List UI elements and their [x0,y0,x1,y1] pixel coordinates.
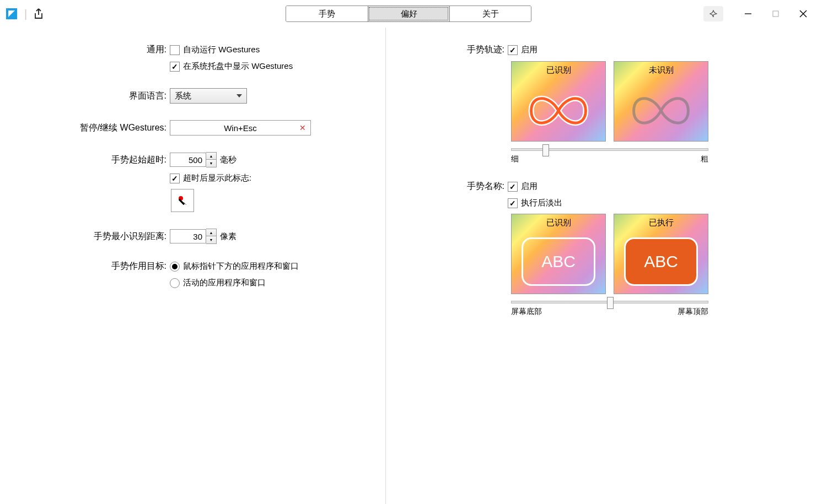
name-enable-label: 启用 [521,181,538,192]
tab-preferences[interactable]: 偏好 [368,6,449,21]
abc-badge-filled: ABC [624,237,698,286]
show-flag-checkbox[interactable] [170,174,180,183]
fade-label: 执行后淡出 [521,198,562,208]
autorun-checkbox[interactable] [170,45,180,55]
content: 通用: 自动运行 WGestures 在系统托盘中显示 WGestures 界面… [0,28,817,504]
titlebar: | 手势 偏好 关于 [0,0,817,28]
min-dist-unit: 像素 [220,231,237,242]
name-executed-label: 已执行 [614,218,708,228]
trail-preview-recognized[interactable]: 已识别 [511,61,606,142]
pause-label: 暂停/继续 WGestures: [0,122,170,134]
left-panel: 通用: 自动运行 WGestures 在系统托盘中显示 WGestures 界面… [0,28,386,504]
separator: | [24,8,27,20]
svg-rect-2 [773,11,778,17]
trail-thickness-slider-wrap: 细 粗 [511,148,708,164]
name-preview-recognized[interactable]: 已识别 ABC [511,214,606,294]
pause-hotkey-value: Win+Esc [224,123,257,133]
fade-checkbox[interactable] [508,198,518,208]
preview-recognized-label: 已识别 [512,65,605,75]
name-position-slider-wrap: 屏幕底部 屏幕顶部 [511,301,708,317]
clear-hotkey-icon[interactable]: ✕ [299,123,306,132]
name-position-slider[interactable] [511,301,708,304]
min-dist-input[interactable] [170,229,206,243]
preview-unrecognized-label: 未识别 [614,65,708,75]
titlebar-right [703,0,817,28]
tab-about[interactable]: 关于 [449,6,531,21]
app-icon [4,7,19,21]
target-under-cursor-label: 鼠标指针下方的应用程序和窗口 [183,261,299,272]
autorun-label: 自动运行 WGestures [183,45,260,55]
target-active-label: 活动的应用程序和窗口 [183,278,266,288]
min-dist-down[interactable]: ▼ [206,236,216,243]
name-preview-executed[interactable]: 已执行 ABC [614,214,708,294]
right-panel: 手势轨迹: 启用 已识别 未识别 [386,28,817,504]
trail-previews: 已识别 未识别 [511,61,817,142]
tab-group: 手势 偏好 关于 [286,6,531,22]
trail-enable-checkbox[interactable] [508,45,518,55]
min-dist-label: 手势最小识别距离: [0,231,170,242]
pause-hotkey-input[interactable]: Win+Esc ✕ [170,120,311,136]
thin-label: 细 [511,154,519,164]
trail-preview-unrecognized[interactable]: 未识别 [614,61,708,142]
screen-bottom-label: 屏幕底部 [511,307,542,317]
name-label: 手势名称: [386,181,508,192]
trail-enable-label: 启用 [521,45,538,55]
tab-gestures[interactable]: 手势 [286,6,368,21]
share-icon[interactable] [33,8,45,20]
target-active-radio[interactable] [170,278,180,288]
show-tray-checkbox[interactable] [170,62,180,72]
app-window: | 手势 偏好 关于 通用: 自动运行 WGe [0,0,817,504]
trail-thickness-thumb[interactable] [542,144,549,156]
minimize-button[interactable] [734,0,762,28]
trail-thickness-slider[interactable] [511,148,708,151]
timeout-down[interactable]: ▼ [206,160,216,167]
name-recognized-label: 已识别 [512,218,605,228]
target-under-cursor-radio[interactable] [170,262,180,272]
titlebar-left: | [4,7,45,21]
trail-label: 手势轨迹: [386,44,508,56]
name-enable-checkbox[interactable] [508,182,518,192]
timeout-unit: 毫秒 [220,155,237,165]
language-label: 界面语言: [0,90,170,102]
language-select[interactable]: 系统 [170,88,247,104]
timeout-spinner: ▲ ▼ [170,152,217,167]
abc-badge-outline: ABC [522,237,595,286]
close-button[interactable] [789,0,817,28]
show-flag-label: 超时后显示此标志: [183,173,251,183]
general-label: 通用: [0,44,170,56]
timeout-up[interactable]: ▲ [206,153,216,160]
timeout-label: 手势起始超时: [0,154,170,166]
pin-button[interactable] [703,6,723,21]
show-tray-label: 在系统托盘中显示 WGestures [183,61,293,72]
thick-label: 粗 [701,154,708,164]
name-previews: 已识别 ABC 已执行 ABC [511,214,817,294]
language-value: 系统 [175,91,191,101]
name-position-thumb[interactable] [607,297,614,309]
timeout-flag-preview [171,189,194,212]
target-label: 手势作用目标: [0,261,170,272]
timeout-input[interactable] [170,153,206,167]
screen-top-label: 屏幕顶部 [678,307,708,317]
min-dist-up[interactable]: ▲ [206,229,216,236]
min-dist-spinner: ▲ ▼ [170,229,217,244]
maximize-button[interactable] [762,0,789,28]
